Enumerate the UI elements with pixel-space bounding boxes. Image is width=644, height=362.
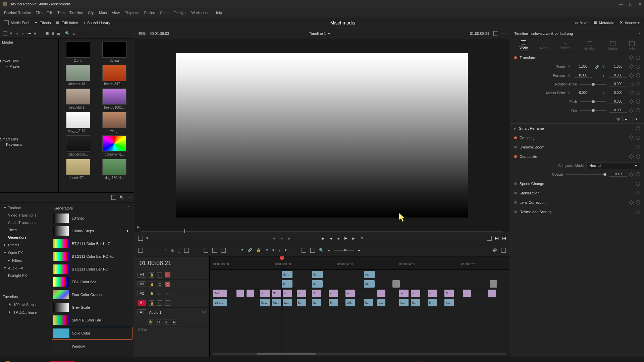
clip[interactable]: sc...	[411, 290, 420, 297]
reset-icon[interactable]	[636, 73, 640, 77]
track-v2[interactable]: Soli... sc... Sc... sc... sc... S... sc.…	[210, 289, 510, 298]
menu-item[interactable]: Edit	[46, 11, 53, 15]
generator-item[interactable]: 10 Step	[52, 212, 132, 224]
chevron-down-icon[interactable]: ▾	[10, 31, 12, 36]
reset-icon[interactable]	[636, 100, 640, 104]
master-bin[interactable]: Master	[0, 39, 58, 46]
scrubber[interactable]	[141, 231, 503, 232]
menu-item[interactable]: Trim	[57, 11, 65, 15]
reset-icon[interactable]	[636, 210, 640, 214]
clip[interactable]: b...	[444, 299, 454, 306]
sort-icon[interactable]: ≡	[72, 32, 74, 36]
generator-item[interactable]: Window	[52, 340, 132, 352]
dynamic-zoom-header[interactable]: Dynamic Zoom	[510, 142, 644, 152]
first-frame-icon[interactable]: ⏮	[321, 236, 324, 240]
clip[interactable]: d...	[312, 280, 323, 288]
menu-item[interactable]: Fairlight	[173, 11, 186, 15]
favorite-item[interactable]: ★100mV Steps	[0, 301, 50, 308]
maximize-icon[interactable]: ▢	[629, 2, 632, 6]
keyframe-icon[interactable]	[629, 55, 634, 60]
clip[interactable]: b...	[399, 299, 409, 306]
menu-item[interactable]: Mark	[99, 11, 107, 15]
lock-icon[interactable]: 🔒	[149, 272, 154, 278]
generator-item[interactable]: 100mV Steps★	[52, 225, 132, 237]
video-transitions-item[interactable]: Video Transitions	[0, 212, 50, 219]
reset-icon[interactable]	[636, 56, 640, 60]
zoom-x-field[interactable]: 1.300	[574, 64, 592, 69]
collapse-icon[interactable]: ⌃	[127, 206, 130, 210]
playhead[interactable]	[282, 256, 282, 357]
cropping-header[interactable]: Cropping	[510, 133, 644, 142]
clip[interactable]: sc...	[399, 290, 409, 297]
lens-header[interactable]: Lens Correction	[510, 198, 644, 207]
audio-transitions-item[interactable]: Audio Transitions	[0, 219, 50, 226]
dynamic-trim-icon[interactable]: ↺	[240, 248, 244, 252]
media-thumb[interactable]: colour-whe...	[98, 135, 131, 156]
clip[interactable]: Sc...	[272, 290, 281, 297]
reset-icon[interactable]	[636, 136, 640, 140]
media-thumb[interactable]: dog-18014...	[98, 159, 131, 180]
retime-header[interactable]: Retime and Scaling	[510, 207, 644, 217]
anchor-x-field[interactable]: 0.000	[574, 90, 592, 95]
clip[interactable]: sc...	[345, 290, 355, 297]
pitch-slider[interactable]	[580, 101, 606, 102]
trim-tool-icon[interactable]: ⎚	[171, 248, 174, 252]
keyframe-icon[interactable]	[629, 135, 634, 140]
media-thumb[interactable]: 36.jpg	[98, 42, 131, 62]
menu-item[interactable]: Playback	[124, 11, 140, 15]
reset-icon[interactable]	[636, 108, 640, 112]
loop-icon[interactable]: ↻	[360, 236, 363, 240]
append-icon[interactable]	[204, 248, 208, 253]
replace-icon[interactable]	[221, 248, 226, 253]
reset-icon[interactable]	[636, 65, 640, 69]
clip[interactable]	[247, 290, 254, 297]
media-thumb[interactable]: bee-561801...	[98, 88, 131, 109]
media-thumb[interactable]: beach-3471...	[98, 65, 131, 86]
track-v1[interactable]: Scre... lig... lig... S... b... b... b..…	[210, 298, 510, 307]
chevron-down-icon[interactable]: ▾	[285, 248, 287, 252]
media-pool-button[interactable]: Media Pool	[4, 20, 29, 25]
edit-page-icon[interactable]: ⎯	[324, 360, 333, 362]
options-icon[interactable]: ⋯	[502, 32, 506, 36]
generators-item[interactable]: Generators	[0, 234, 50, 241]
mixer-button[interactable]: ⎚Mixer	[575, 21, 589, 25]
media-thumb[interactable]: 2.png	[61, 42, 95, 62]
chevron-down-icon[interactable]: ▾	[272, 248, 274, 252]
options-icon[interactable]: ⋯	[636, 32, 640, 36]
last-frame-icon[interactable]: ⏭	[352, 236, 356, 240]
stop-icon[interactable]: ■	[337, 236, 340, 240]
prev-frame-icon[interactable]: ◄	[329, 236, 333, 240]
snap-icon[interactable]	[302, 248, 306, 253]
clip[interactable]: ra...	[364, 271, 375, 278]
clip[interactable]: girl...	[345, 299, 355, 306]
options-icon[interactable]: ⋯	[77, 31, 81, 36]
enable-dot[interactable]	[514, 192, 517, 194]
clip[interactable]: b...	[377, 299, 385, 306]
zoom-value[interactable]: 45%	[138, 32, 146, 36]
link-icon[interactable]: 🔗	[248, 248, 252, 252]
generator-item[interactable]: Solid Color	[52, 327, 132, 340]
playhead-timecode[interactable]: 01:00:08:21	[470, 32, 489, 36]
clip[interactable]: lig...	[272, 299, 281, 306]
menu-item[interactable]: File	[36, 11, 42, 15]
bins-icon[interactable]	[3, 31, 7, 36]
clip[interactable]: S...	[312, 290, 321, 297]
filters-item[interactable]: ▸Filters	[0, 256, 50, 264]
auto-select-icon[interactable]: ▢	[157, 272, 162, 278]
fusion-page-icon[interactable]: ✦	[346, 360, 355, 362]
grid-icon[interactable]: ▦	[45, 31, 49, 36]
reset-icon[interactable]	[636, 82, 640, 86]
metadata-button[interactable]: ⊞Metadata	[594, 20, 614, 25]
enable-dot[interactable]	[514, 146, 517, 148]
match-frame-icon[interactable]	[487, 236, 492, 241]
keyframe-icon[interactable]	[629, 73, 634, 78]
zoom-fit-icon[interactable]: 🔍	[319, 248, 324, 252]
disable-icon[interactable]: ▢	[165, 272, 170, 278]
edit-index-button[interactable]: ☰Edit Index	[56, 20, 78, 25]
menu-item[interactable]: Color	[160, 11, 169, 15]
next-edit-icon[interactable]: ►	[287, 236, 291, 240]
clip[interactable]	[463, 290, 471, 297]
track-v4[interactable]: Sc... d... ra...	[210, 270, 510, 279]
clip[interactable]	[377, 290, 385, 297]
keyframe-icon[interactable]	[629, 82, 634, 86]
